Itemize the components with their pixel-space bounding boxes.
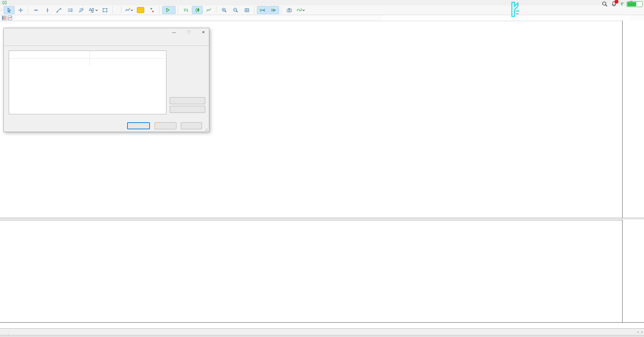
notification-badge — [614, 0, 619, 4]
table-header-row — [9, 51, 166, 59]
tabs-scroll-left-icon[interactable]: ‹ — [637, 330, 639, 334]
zoom-out-button[interactable] — [230, 6, 241, 14]
main-toolbar: ⁞⁞ — [0, 5, 644, 15]
indicator-axis — [622, 220, 644, 322]
tile-windows-button[interactable] — [241, 6, 252, 14]
channel-tool-button[interactable] — [65, 6, 75, 14]
vertical-line-icon — [45, 8, 50, 13]
parameter-row[interactable] — [9, 59, 166, 66]
chart-objects-dropdown-button[interactable] — [124, 6, 135, 14]
deposit-withdraw-button[interactable] — [147, 6, 157, 14]
camera-icon — [286, 8, 292, 13]
tradingfinder-glyph-icon — [507, 2, 521, 17]
symbol-tab-bar: ‹ › — [0, 328, 644, 335]
trendline-tool-button[interactable] — [53, 6, 64, 14]
line-chart-mode-button[interactable] — [203, 6, 214, 14]
new-order-button[interactable] — [135, 6, 146, 14]
crosshair-icon — [18, 8, 23, 13]
notifications-button[interactable] — [611, 1, 617, 7]
shapes-icon — [89, 8, 95, 13]
dollar-icon — [137, 7, 144, 13]
auto-scroll-button[interactable] — [257, 6, 268, 14]
indicator-dropdown-button[interactable] — [295, 6, 306, 14]
line-study-icon — [125, 8, 130, 12]
horizontal-line-tool-button[interactable] — [31, 6, 41, 14]
parameter-value[interactable] — [90, 59, 166, 66]
timeframe-bar — [115, 6, 119, 14]
dialog-tab[interactable] — [8, 43, 14, 46]
crosshair-tool-button[interactable] — [15, 6, 26, 14]
timeframe-button[interactable] — [115, 6, 119, 14]
indicator-panel[interactable] — [0, 220, 622, 322]
line-chart-icon — [206, 8, 211, 13]
tabs-scroll-right-icon[interactable]: › — [641, 330, 643, 334]
cursor-tool-button[interactable] — [4, 6, 14, 14]
reset-button[interactable] — [181, 122, 202, 129]
progress-battery — [627, 1, 643, 7]
horizontal-line-icon — [34, 8, 39, 13]
tile-windows-icon — [244, 8, 250, 13]
pitchfork-icon — [79, 8, 84, 13]
dialog-minimize-button[interactable]: — — [172, 30, 176, 35]
trendline-icon — [56, 8, 61, 13]
arrow-up-icon: ⇧ — [621, 3, 623, 6]
screenshot-button[interactable] — [284, 6, 294, 14]
panel-splitter[interactable] — [0, 218, 644, 220]
ok-button[interactable] — [127, 122, 150, 129]
chart-shift-button[interactable] — [268, 6, 279, 14]
toolbar-drag-handle[interactable]: ⁞⁞ — [1, 9, 2, 11]
chart-window-icon — [8, 16, 12, 20]
indicator-settings-dialog: — ❐ ✕ — [3, 28, 209, 132]
bar-chart-mode-button[interactable] — [180, 6, 191, 14]
rectangle-icon — [102, 8, 108, 13]
tradingfinder-logo — [507, 2, 525, 17]
dialog-maximize-button[interactable]: ❐ — [187, 30, 191, 35]
vertical-line-tool-button[interactable] — [42, 6, 53, 14]
search-icon[interactable] — [602, 1, 608, 7]
rectangle-tool-button[interactable] — [100, 6, 110, 14]
chevron-down-icon — [95, 9, 98, 11]
chart-shift-icon — [271, 8, 277, 13]
deposit-withdraw-icon — [149, 7, 155, 13]
shapes-tool-button[interactable] — [88, 6, 99, 14]
zoom-in-button[interactable] — [219, 6, 229, 14]
chevron-down-icon — [130, 9, 133, 11]
level-indicator: ⇧ — [621, 3, 623, 6]
candlestick-icon — [195, 8, 200, 13]
status-strip — [0, 335, 644, 337]
price-axis[interactable] — [622, 21, 644, 218]
value-column-header — [90, 51, 166, 58]
window-title-bar: — ❐ ✕ — [0, 0, 644, 5]
indicator-wave-icon — [297, 8, 302, 12]
app-logo-icon — [2, 1, 7, 5]
indicator-canvas — [0, 220, 622, 322]
zoom-out-icon — [233, 7, 238, 13]
play-icon — [166, 8, 170, 12]
dialog-close-button[interactable]: ✕ — [202, 30, 205, 35]
cursor-icon — [7, 8, 12, 13]
auto-scroll-icon — [259, 8, 265, 13]
chevron-down-icon — [302, 9, 305, 11]
pitchfork-tool-button[interactable] — [76, 6, 87, 14]
save-button[interactable] — [170, 106, 205, 113]
candlestick-mode-button[interactable] — [192, 6, 203, 14]
time-axis[interactable] — [0, 322, 644, 329]
zoom-in-icon — [221, 7, 227, 13]
cancel-button[interactable] — [155, 122, 176, 129]
load-button[interactable] — [170, 97, 205, 104]
dialog-tab-strip — [4, 38, 209, 46]
dialog-resize-grip[interactable] — [205, 128, 208, 131]
data-window-icon — [2, 16, 6, 20]
parameters-table — [9, 51, 166, 114]
algo-trading-button[interactable] — [162, 6, 175, 14]
channel-icon — [67, 8, 73, 13]
variable-column-header — [9, 51, 90, 58]
bars-icon — [183, 8, 189, 13]
